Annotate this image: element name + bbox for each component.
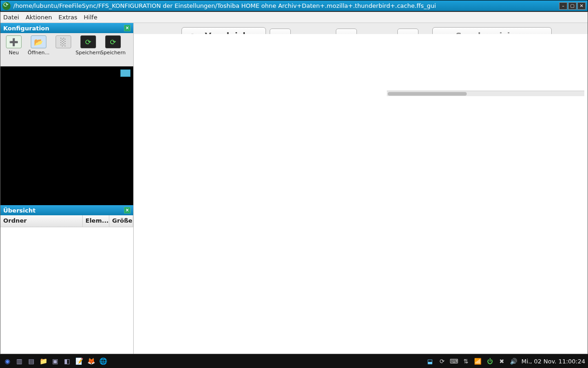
taskbar-globe-icon[interactable]: 🌐 xyxy=(98,356,107,366)
tray-wifi-icon[interactable]: 📶 xyxy=(474,357,482,365)
menu-aktionen[interactable]: Aktionen xyxy=(26,14,52,21)
tray-keyboard-icon[interactable]: ⌨ xyxy=(450,357,458,365)
save-button[interactable]: ⟳ Speichern xyxy=(76,34,101,65)
filler-button[interactable]: ░ xyxy=(51,34,76,65)
config-title: Konfiguration xyxy=(3,25,49,32)
save-as-icon: ⟳ xyxy=(105,35,121,48)
new-icon: ➕ xyxy=(6,35,22,48)
col-ordner[interactable]: Ordner xyxy=(0,215,83,227)
taskbar-app2-icon[interactable]: ▤ xyxy=(27,356,36,366)
list-mode-icon[interactable] xyxy=(120,69,130,77)
app-frame: Datei Aktionen Extras Hilfe Konfiguratio… xyxy=(0,12,588,354)
taskbar-app1-icon[interactable]: ▥ xyxy=(15,356,24,366)
col-elemente[interactable]: Elem... xyxy=(83,215,109,227)
taskbar-editor-icon[interactable]: 📝 xyxy=(74,356,84,366)
right-file-list: Relativer Pfad E xyxy=(386,78,585,319)
tray-sync-icon[interactable]: ✖ xyxy=(498,357,506,365)
overview-panel: Ordner Elem... Größe xyxy=(0,215,133,354)
taskbar-files-icon[interactable]: 📁 xyxy=(39,356,48,366)
menu-extras[interactable]: Extras xyxy=(58,14,77,21)
overview-title: Übersicht xyxy=(3,207,35,214)
taskbar-terminal-icon[interactable]: ▣ xyxy=(51,356,60,366)
tray-power-icon[interactable]: ⏻ xyxy=(486,357,494,365)
taskbar: ◉ ▥ ▤ 📁 ▣ ◧ 📝 🦊 🌐 ⬓ ⟳ ⌨ ⇅ 📶 ⏻ ✖ 🔊 Mi., 0… xyxy=(0,354,588,368)
col-groesse[interactable]: Größe xyxy=(109,215,133,227)
window-titlebar: /home/lubuntu/FreeFileSync/FFS_KONFIGURA… xyxy=(0,0,588,12)
minimize-button[interactable]: – xyxy=(559,2,567,10)
overview-close-icon[interactable]: × xyxy=(124,207,130,213)
main-area: 🔍 Vergleichen Datum und Größe 🕐 ⚙ ▶ ▼ ▶ … xyxy=(134,23,588,354)
close-button[interactable]: ✕ xyxy=(577,2,586,10)
taskbar-clock[interactable]: Mi., 02 Nov. 11:00:24 xyxy=(521,358,585,365)
overview-panel-header: Übersicht × xyxy=(0,205,133,215)
config-list[interactable] xyxy=(0,66,133,205)
menu-hilfe[interactable]: Hilfe xyxy=(84,14,97,21)
right-list-body[interactable] xyxy=(134,34,588,354)
start-menu-icon[interactable]: ◉ xyxy=(3,356,12,366)
right-scrollbar[interactable] xyxy=(387,91,584,96)
file-lists: Relativer Pfad 📷 ⟳ Relativer Pfad E xyxy=(134,78,588,321)
overview-body[interactable] xyxy=(0,227,133,354)
open-button[interactable]: 📂 Öffnen... xyxy=(26,34,51,65)
config-toolbar: ➕ Neu 📂 Öffnen... ░ ⟳ Speichern ⟳ S xyxy=(0,33,133,66)
taskbar-app3-icon[interactable]: ◧ xyxy=(62,356,72,366)
config-close-icon[interactable]: × xyxy=(124,25,130,31)
menu-bar: Datei Aktionen Extras Hilfe xyxy=(0,12,588,23)
sidebar: Konfiguration × ➕ Neu 📂 Öffnen... ░ ⟳ xyxy=(0,23,134,354)
tray-update-icon[interactable]: ⟳ xyxy=(438,357,446,365)
window-title: /home/lubuntu/FreeFileSync/FFS_KONFIGURA… xyxy=(13,2,436,9)
tray-dropbox-icon[interactable]: ⬓ xyxy=(426,357,434,365)
config-panel-header: Konfiguration × xyxy=(0,23,133,33)
save-icon: ⟳ xyxy=(80,35,96,48)
app-icon xyxy=(2,2,11,10)
save-as-button[interactable]: ⟳ Speichern xyxy=(101,34,125,65)
gray-icon: ░ xyxy=(56,35,71,48)
tray-network-icon[interactable]: ⇅ xyxy=(462,357,470,365)
new-button[interactable]: ➕ Neu xyxy=(1,34,26,65)
menu-datei[interactable]: Datei xyxy=(3,14,19,21)
maximize-button[interactable]: ▢ xyxy=(568,2,577,10)
taskbar-firefox-icon[interactable]: 🦊 xyxy=(86,356,96,366)
overview-columns: Ordner Elem... Größe xyxy=(0,215,133,227)
open-icon: 📂 xyxy=(31,35,46,48)
tray-volume-icon[interactable]: 🔊 xyxy=(509,357,518,365)
